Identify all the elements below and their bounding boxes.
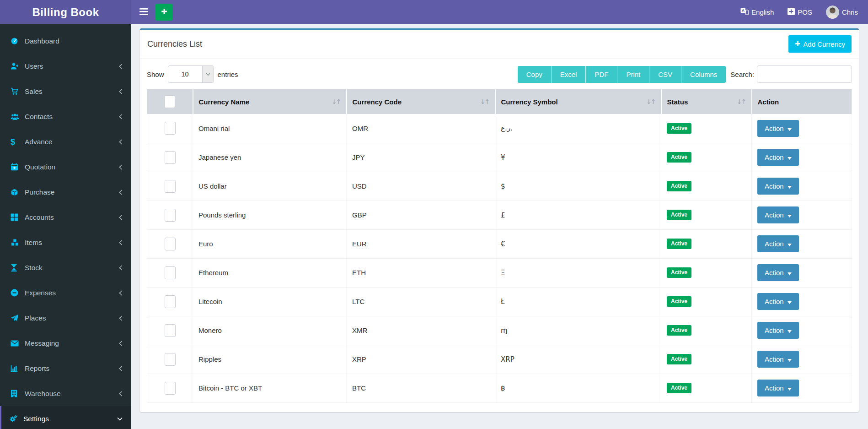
row-checkbox[interactable] — [165, 382, 176, 395]
row-checkbox[interactable] — [165, 151, 176, 164]
row-checkbox[interactable] — [165, 324, 176, 337]
sidebar-item-label: Reports — [25, 364, 119, 373]
row-checkbox[interactable] — [165, 122, 176, 135]
plus-square-icon — [788, 8, 795, 16]
column-header-currency-name[interactable]: ↓↑Currency Name — [193, 89, 347, 114]
brand-logo[interactable]: Billing Book — [0, 0, 131, 24]
select-all-checkbox[interactable] — [164, 95, 175, 108]
cell-action: Action — [752, 258, 852, 287]
sidebar-item-label: Expenses — [25, 289, 119, 297]
page-length-select[interactable]: 10 — [168, 65, 214, 83]
user-menu[interactable]: Chris — [826, 5, 858, 19]
sidebar-item-settings[interactable]: Settings — [0, 406, 131, 429]
action-dropdown-button[interactable]: Action — [757, 351, 799, 368]
sidebar-item-quotation[interactable]: Quotation — [0, 154, 131, 179]
export-button-columns[interactable]: Columns — [681, 66, 726, 83]
row-checkbox[interactable] — [165, 266, 176, 279]
table-row: EthereumETHΞActiveAction — [147, 258, 852, 287]
cell-status: Active — [661, 114, 752, 143]
sidebar-item-label: Purchase — [25, 188, 119, 196]
cell-currency-symbol: Ł — [495, 287, 661, 316]
sidebar-item-stock[interactable]: Stock — [0, 255, 131, 280]
sidebar-item-expenses[interactable]: Expenses — [0, 280, 131, 305]
sidebar-item-label: Settings — [23, 415, 117, 423]
sidebar-item-label: Accounts — [25, 213, 119, 222]
sidebar-item-messaging[interactable]: Messaging — [0, 331, 131, 356]
export-button-pdf[interactable]: PDF — [586, 66, 617, 83]
action-dropdown-button[interactable]: Action — [757, 380, 799, 396]
row-checkbox[interactable] — [165, 295, 176, 308]
brand-title: Billing Book — [32, 6, 99, 19]
panel-title: Currencies List — [147, 39, 202, 49]
language-menu[interactable]: A English — [740, 8, 774, 16]
gauge-icon — [11, 37, 25, 45]
row-checkbox[interactable] — [165, 238, 176, 250]
quick-add-button[interactable] — [155, 4, 172, 21]
sidebar-item-warehouse[interactable]: Warehouse — [0, 381, 131, 406]
row-checkbox[interactable] — [165, 180, 176, 193]
main-content: Currencies List View/Search Items Curren… — [131, 0, 868, 412]
column-header-currency-symbol[interactable]: ↓↑Currency Symbol — [495, 89, 661, 114]
sort-icon: ↓↑ — [332, 98, 340, 105]
row-checkbox[interactable] — [165, 353, 176, 366]
cell-currency-code: ETH — [347, 258, 495, 287]
sidebar-item-label: Stock — [25, 264, 119, 272]
cell-currency-code: EUR — [347, 229, 495, 258]
table-row: Pounds sterlingGBP£ActiveAction — [147, 201, 852, 229]
sidebar-item-contacts[interactable]: Contacts — [0, 104, 131, 129]
cell-action: Action — [752, 201, 852, 229]
action-dropdown-button[interactable]: Action — [757, 264, 799, 281]
cell-action: Action — [752, 229, 852, 258]
cell-currency-name: US dollar — [193, 172, 347, 201]
action-dropdown-button[interactable]: Action — [757, 206, 799, 223]
paper-plane-icon — [11, 314, 25, 322]
action-dropdown-button[interactable]: Action — [757, 293, 799, 310]
sidebar-item-items[interactable]: Items — [0, 230, 131, 255]
export-button-copy[interactable]: Copy — [518, 66, 552, 83]
add-currency-button[interactable]: Add Currency — [788, 35, 852, 53]
cell-action: Action — [752, 172, 852, 201]
search-input[interactable] — [757, 65, 852, 83]
cell-select — [147, 258, 193, 287]
action-dropdown-button[interactable]: Action — [757, 178, 799, 195]
sidebar-item-label: Warehouse — [25, 390, 119, 398]
sidebar-item-dashboard[interactable]: Dashboard — [0, 28, 131, 54]
chevron-left-icon — [119, 114, 123, 119]
cell-currency-name: Pounds sterling — [193, 201, 347, 229]
pos-button[interactable]: POS — [788, 8, 812, 16]
cell-select — [147, 374, 193, 402]
column-header-currency-code[interactable]: ↓↑Currency Code — [347, 89, 495, 114]
export-button-csv[interactable]: CSV — [649, 66, 681, 83]
bar-chart-icon — [11, 365, 25, 372]
sidebar-item-label: Places — [25, 314, 119, 322]
row-checkbox[interactable] — [165, 209, 176, 222]
page-length-control: Show 10 entries — [147, 65, 238, 83]
sidebar-item-accounts[interactable]: Accounts — [0, 205, 131, 230]
cell-status: Active — [661, 229, 752, 258]
users-icon — [11, 113, 25, 120]
action-dropdown-button[interactable]: Action — [757, 322, 799, 339]
sidebar-item-purchase[interactable]: Purchase — [0, 179, 131, 205]
add-currency-label: Add Currency — [803, 40, 845, 48]
chevron-left-icon — [119, 139, 123, 145]
action-dropdown-button[interactable]: Action — [757, 120, 799, 137]
chevron-left-icon — [119, 89, 123, 94]
action-dropdown-button[interactable]: Action — [757, 149, 799, 166]
sidebar-item-advance[interactable]: $Advance — [0, 129, 131, 154]
cell-action: Action — [752, 374, 852, 402]
column-header-status[interactable]: ↓↑Status — [661, 89, 752, 114]
sort-icon: ↓↑ — [737, 98, 745, 105]
navbar-right: A English POS Chris — [740, 0, 868, 24]
sidebar-item-places[interactable]: Places — [0, 305, 131, 331]
sidebar-item-users[interactable]: Users — [0, 54, 131, 79]
sidebar-item-sales[interactable]: Sales — [0, 79, 131, 104]
sidebar-item-reports[interactable]: Reports — [0, 356, 131, 381]
cell-currency-code: XRP — [347, 345, 495, 374]
action-dropdown-button[interactable]: Action — [757, 235, 799, 252]
export-button-excel[interactable]: Excel — [552, 66, 586, 83]
cell-currency-name: Euro — [193, 229, 347, 258]
sidebar-toggle-button[interactable] — [138, 5, 150, 19]
export-button-print[interactable]: Print — [617, 66, 649, 83]
grid-icon — [11, 213, 25, 221]
chevron-left-icon — [119, 215, 123, 220]
